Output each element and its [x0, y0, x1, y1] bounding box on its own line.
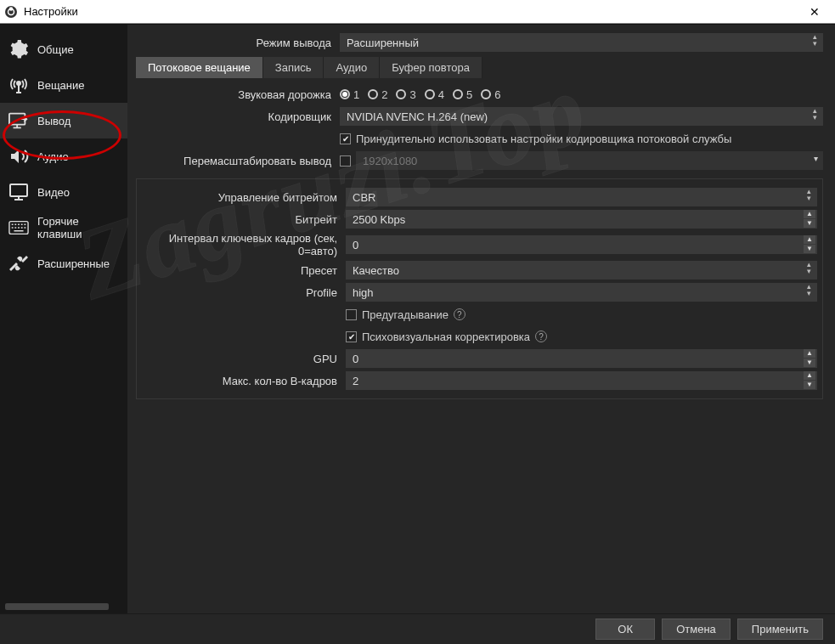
- preset-value: Качество: [353, 264, 399, 277]
- output-icon: [8, 110, 29, 131]
- rescale-select: 1920x1080 ▾: [356, 151, 823, 170]
- ok-button[interactable]: ОК: [595, 619, 655, 640]
- content-area: Режим вывода Расширенный ▴▾ Потоковое ве…: [127, 25, 835, 613]
- audio-track-label: Звуковая дорожка: [136, 88, 340, 101]
- preset-label: Пресет: [142, 264, 346, 277]
- sidebar: Общие Вещание Вывод Аудио Видео: [0, 25, 127, 613]
- preset-select[interactable]: Качество ▴▾: [346, 261, 817, 280]
- sidebar-item-label: Расширенные: [37, 257, 110, 270]
- output-mode-label: Режим вывода: [136, 37, 340, 49]
- sidebar-item-audio[interactable]: Аудио: [0, 138, 127, 174]
- keyint-label: Интервал ключевых кадров (сек, 0=авто): [142, 232, 346, 257]
- chevron-updown-icon: ▴▾: [804, 284, 814, 297]
- psycho-label: Психовизуальная корректировка: [362, 330, 530, 343]
- sidebar-item-label: Аудио: [37, 150, 69, 163]
- sidebar-item-advanced[interactable]: Расширенные: [0, 246, 127, 281]
- output-mode-select[interactable]: Расширенный ▴▾: [340, 33, 823, 52]
- audio-track-4[interactable]: 4: [425, 88, 444, 101]
- rate-control-select[interactable]: CBR ▴▾: [346, 188, 817, 206]
- bframes-input[interactable]: 2 ▲▼: [346, 371, 817, 390]
- sidebar-item-video[interactable]: Видео: [0, 174, 127, 210]
- apply-button[interactable]: Применить: [737, 619, 823, 640]
- footer: ОК Отмена Применить: [0, 613, 835, 644]
- sidebar-item-label: Вывод: [37, 115, 71, 127]
- bitrate-value: 2500 Kbps: [353, 213, 405, 226]
- rate-control-label: Управление битрейтом: [142, 191, 346, 204]
- lookahead-label: Предугадывание: [362, 308, 449, 321]
- sidebar-item-output[interactable]: Вывод: [0, 103, 127, 138]
- svg-point-2: [9, 7, 13, 10]
- audio-track-6[interactable]: 6: [481, 88, 500, 101]
- tab-replay-buffer[interactable]: Буфер повтора: [380, 57, 482, 78]
- svg-point-3: [17, 82, 20, 85]
- output-mode-value: Расширенный: [347, 37, 419, 49]
- keyint-input[interactable]: 0 ▲▼: [346, 235, 817, 254]
- encoder-label: Кодировщик: [136, 110, 340, 123]
- sidebar-item-hotkeys[interactable]: Горячие клавиши: [0, 210, 127, 246]
- chevron-updown-icon: ▴▾: [804, 262, 814, 274]
- tab-streaming[interactable]: Потоковое вещание: [136, 57, 263, 78]
- titlebar: Настройки ✕: [0, 0, 835, 24]
- rescale-label: Перемасштабировать вывод: [136, 155, 340, 167]
- spinner-arrows[interactable]: ▲▼: [804, 210, 815, 229]
- window-title: Настройки: [24, 5, 78, 18]
- bitrate-input[interactable]: 2500 Kbps ▲▼: [346, 210, 817, 229]
- chevron-updown-icon: ▴▾: [810, 34, 820, 47]
- audio-track-1[interactable]: 1: [340, 88, 359, 101]
- close-button[interactable]: ✕: [798, 5, 832, 19]
- profile-select[interactable]: high ▴▾: [346, 283, 817, 302]
- encoder-settings-group: Управление битрейтом CBR ▴▾ Битрейт 2500…: [136, 178, 823, 399]
- spinner-arrows[interactable]: ▲▼: [804, 349, 815, 368]
- psycho-checkbox[interactable]: [346, 331, 357, 342]
- lookahead-checkbox[interactable]: [346, 309, 357, 320]
- spinner-arrows[interactable]: ▲▼: [804, 235, 815, 254]
- keyint-value: 0: [353, 239, 358, 251]
- audio-track-5[interactable]: 5: [453, 88, 472, 101]
- help-icon[interactable]: ?: [454, 308, 465, 320]
- enforce-checkbox[interactable]: [340, 133, 351, 144]
- sidebar-item-general[interactable]: Общие: [0, 31, 127, 67]
- spinner-arrows[interactable]: ▲▼: [804, 371, 815, 390]
- bframes-value: 2: [353, 375, 358, 387]
- gpu-label: GPU: [142, 353, 346, 365]
- enforce-label: Принудительно использовать настройки код…: [356, 133, 731, 145]
- sidebar-item-label: Видео: [37, 186, 70, 199]
- sidebar-item-label: Общие: [37, 43, 74, 56]
- cancel-button[interactable]: Отмена: [662, 619, 731, 640]
- chevron-updown-icon: ▴▾: [804, 189, 814, 201]
- output-tabs: Потоковое вещание Запись Аудио Буфер пов…: [136, 57, 823, 78]
- gear-icon: [8, 39, 29, 59]
- app-icon: [3, 4, 19, 20]
- chevron-updown-icon: ▴▾: [810, 108, 820, 121]
- broadcast-icon: [8, 75, 29, 95]
- tools-icon: [8, 253, 29, 274]
- profile-value: high: [353, 286, 374, 299]
- gpu-input[interactable]: 0 ▲▼: [346, 349, 817, 368]
- keyboard-icon: [8, 217, 29, 238]
- encoder-select[interactable]: NVIDIA NVENC H.264 (new) ▴▾: [340, 107, 823, 126]
- sidebar-scrollbar[interactable]: [5, 603, 109, 610]
- rate-control-value: CBR: [353, 191, 375, 204]
- audio-track-radios: 1 2 3 4 5 6: [340, 88, 500, 101]
- help-icon[interactable]: ?: [535, 330, 547, 342]
- bframes-label: Макс. кол-во B-кадров: [142, 375, 346, 387]
- audio-track-2[interactable]: 2: [368, 88, 387, 101]
- monitor-icon: [8, 182, 29, 202]
- rescale-checkbox[interactable]: [340, 155, 351, 167]
- rescale-value: 1920x1080: [363, 155, 417, 167]
- encoder-value: NVIDIA NVENC H.264 (new): [347, 110, 488, 123]
- svg-rect-5: [10, 184, 27, 196]
- speaker-icon: [8, 146, 29, 167]
- gpu-value: 0: [353, 353, 358, 365]
- sidebar-item-label: Вещание: [37, 79, 85, 92]
- profile-label: Profile: [142, 286, 346, 299]
- sidebar-item-stream[interactable]: Вещание: [0, 67, 127, 103]
- tab-audio[interactable]: Аудио: [324, 57, 380, 78]
- audio-track-3[interactable]: 3: [396, 88, 415, 101]
- chevron-down-icon: ▾: [814, 154, 818, 163]
- bitrate-label: Битрейт: [142, 213, 346, 226]
- sidebar-item-label: Горячие клавиши: [37, 215, 119, 240]
- tab-recording[interactable]: Запись: [263, 57, 324, 78]
